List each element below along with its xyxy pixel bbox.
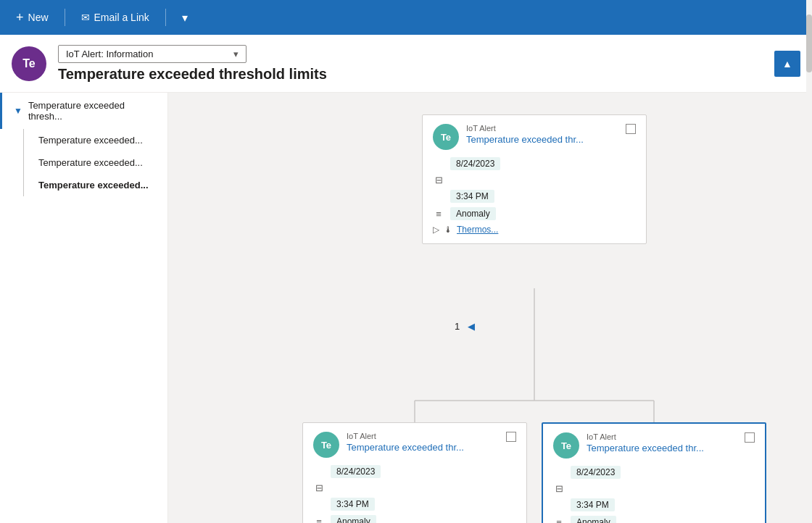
card-type-bl: IoT Alert (347, 432, 499, 440)
main-layout: ▼ Temperature exceeded thresh... Tempera… (0, 93, 812, 523)
header-dropdown[interactable]: IoT Alert: Information ▾ (58, 45, 246, 63)
card-date-br: 8/24/2023 (571, 466, 621, 479)
sidebar-item-parent[interactable]: ▼ Temperature exceeded thresh... (0, 93, 167, 129)
card-checkbox-bl[interactable] (506, 432, 516, 442)
chevron-down-icon: ▼ (14, 106, 22, 116)
card-bottom-top: ▷ 🌡 Thermos... (433, 225, 636, 235)
toolbar: + New ✉ Email a Link ▾ (0, 0, 812, 35)
copy-icon-top: ⊟ (433, 175, 444, 185)
card-date-field-bl: 8/24/2023 (313, 465, 516, 478)
chevron-up-icon: ▲ (782, 58, 792, 70)
plus-icon: + (16, 10, 24, 25)
card-title-area-bl: IoT Alert Temperature exceeded thr... (347, 432, 499, 454)
avatar: Te (12, 46, 46, 81)
email-label: Email a Link (94, 12, 149, 23)
card-time-br: 3:34 PM (571, 498, 615, 511)
arrow-icon-top: ▷ (433, 225, 439, 235)
canvas-area: Te IoT Alert Temperature exceeded thr...… (168, 93, 812, 523)
sidebar-parent-label: Temperature exceeded thresh... (28, 100, 156, 122)
card-time-field-top: 3:34 PM (433, 190, 636, 203)
sidebar-item-2[interactable]: Temperature exceeded... (33, 151, 154, 174)
card-time-field-br: 3:34 PM (553, 498, 755, 511)
page-title: Temperature exceeded threshold limits (58, 66, 327, 83)
header-info: IoT Alert: Information ▾ Temperature exc… (58, 45, 327, 83)
card-time-field-bl: 3:34 PM (313, 498, 516, 511)
card-anomaly-field-top: ≡ Anomaly (433, 207, 636, 220)
collapse-button[interactable]: ▲ (774, 51, 800, 77)
thermos-icon-top: 🌡 (444, 225, 452, 235)
email-icon: ✉ (81, 12, 90, 23)
list-icon-bl: ≡ (313, 516, 325, 524)
card-date-field-top: 8/24/2023 (433, 157, 636, 170)
card-avatar-bl: Te (313, 432, 339, 458)
card-anomaly-top: Anomaly (450, 207, 496, 220)
sidebar-item-3[interactable]: Temperature exceeded... (33, 174, 160, 196)
sidebar-sub-label-1: Temperature exceeded... (38, 135, 143, 146)
sidebar-sub-label-2: Temperature exceeded... (38, 157, 143, 168)
toolbar-chevron-button[interactable]: ▾ (175, 7, 195, 28)
card-icon-field-br: ⊟ (553, 483, 755, 494)
card-date-field-br: 8/24/2023 (553, 466, 755, 479)
sidebar-item-1[interactable]: Temperature exceeded... (33, 129, 154, 151)
pagination: 1 ◀ (455, 317, 480, 335)
card-title-area-top: IoT Alert Temperature exceeded thr... (466, 124, 618, 146)
card-time-bl: 3:34 PM (331, 498, 375, 511)
card-checkbox-top[interactable] (626, 124, 636, 134)
card-anomaly-br: Anomaly (571, 516, 616, 523)
card-anomaly-field-bl: ≡ Anomaly (313, 515, 516, 523)
chevron-down-icon: ▾ (233, 49, 239, 59)
list-icon-br: ≡ (553, 517, 565, 524)
card-date-top: 8/24/2023 (450, 157, 500, 170)
header: Te IoT Alert: Information ▾ Temperature … (0, 35, 812, 93)
card-icon-field-bl: ⊟ (313, 482, 516, 493)
card-avatar-top: Te (433, 124, 459, 150)
chevron-down-icon: ▾ (182, 11, 188, 25)
pagination-prev-button[interactable]: ◀ (463, 317, 480, 335)
card-anomaly-bl: Anomaly (331, 515, 376, 523)
card-title-top: Temperature exceeded thr... (466, 134, 618, 146)
card-anomaly-field-br: ≡ Anomaly (553, 516, 755, 523)
email-link-button[interactable]: ✉ Email a Link (74, 7, 157, 28)
bottom-right-card[interactable]: Te IoT Alert Temperature exceeded thr...… (542, 422, 766, 523)
card-title-bl: Temperature exceeded thr... (347, 442, 499, 454)
dropdown-label: IoT Alert: Information (66, 49, 153, 59)
card-avatar-br: Te (553, 432, 579, 459)
toolbar-divider (65, 9, 65, 26)
card-checkbox-br[interactable] (745, 432, 755, 443)
sidebar-sub-label-3: Temperature exceeded... (38, 180, 149, 191)
new-button[interactable]: + New (9, 6, 56, 30)
card-type-top: IoT Alert (466, 124, 618, 133)
page-number: 1 (455, 321, 460, 332)
toolbar-divider-2 (165, 9, 166, 26)
card-type-br: IoT Alert (587, 432, 737, 441)
bottom-left-card[interactable]: Te IoT Alert Temperature exceeded thr...… (302, 422, 527, 523)
list-icon-top: ≡ (433, 209, 444, 219)
card-title-br: Temperature exceeded thr... (587, 443, 737, 455)
sidebar-sub-list: Temperature exceeded... Temperature exce… (0, 129, 167, 196)
card-title-area-br: IoT Alert Temperature exceeded thr... (587, 432, 737, 455)
card-icon-field-top: ⊟ (433, 175, 636, 185)
card-link-top[interactable]: Thermos... (457, 225, 498, 235)
copy-icon-br: ⊟ (553, 483, 565, 494)
top-card[interactable]: Te IoT Alert Temperature exceeded thr...… (422, 114, 647, 244)
sidebar: ▼ Temperature exceeded thresh... Tempera… (0, 93, 168, 523)
new-label: New (28, 12, 49, 23)
card-date-bl: 8/24/2023 (331, 465, 381, 478)
card-time-top: 3:34 PM (450, 190, 494, 203)
copy-icon-bl: ⊟ (313, 482, 325, 493)
